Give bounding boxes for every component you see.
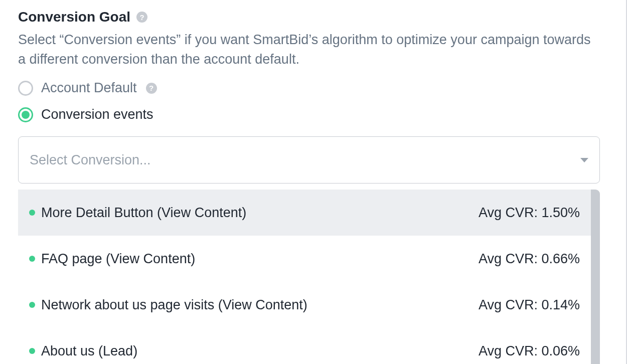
dropdown-option[interactable]: More Detail Button (View Content) Avg CV…	[18, 190, 591, 236]
page-container: Conversion Goal ? Select “Conversion eve…	[0, 0, 627, 364]
conversion-select[interactable]: Select Conversion...	[18, 136, 600, 184]
option-cvr: Avg CVR: 0.14%	[479, 297, 580, 313]
dropdown-scroll-track[interactable]: More Detail Button (View Content) Avg CV…	[18, 190, 600, 364]
status-dot-icon	[29, 210, 35, 216]
conversion-dropdown: More Detail Button (View Content) Avg CV…	[18, 190, 600, 364]
dropdown-option[interactable]: FAQ page (View Content) Avg CVR: 0.66%	[18, 236, 591, 282]
radio-indicator	[18, 81, 33, 96]
option-label: Network about us page visits (View Conte…	[41, 297, 307, 313]
option-cvr: Avg CVR: 0.66%	[479, 251, 580, 267]
radio-label: Conversion events	[41, 107, 153, 122]
radio-account-default[interactable]: Account Default ?	[18, 80, 608, 96]
help-icon[interactable]: ?	[136, 12, 147, 23]
select-placeholder: Select Conversion...	[30, 152, 151, 168]
section-title-row: Conversion Goal ?	[18, 9, 608, 25]
option-left: About us (Lead)	[29, 343, 137, 359]
dropdown-option[interactable]: Network about us page visits (View Conte…	[18, 282, 591, 328]
radio-group: Account Default ? Conversion events	[18, 80, 608, 122]
option-label: More Detail Button (View Content)	[41, 205, 246, 221]
chevron-down-icon	[580, 158, 588, 162]
option-left: More Detail Button (View Content)	[29, 205, 246, 221]
option-label: FAQ page (View Content)	[41, 251, 195, 267]
option-cvr: Avg CVR: 0.06%	[479, 343, 580, 359]
section-title: Conversion Goal	[18, 9, 130, 25]
option-label: About us (Lead)	[41, 343, 137, 359]
radio-conversion-events[interactable]: Conversion events	[18, 107, 608, 122]
radio-indicator-selected	[18, 107, 33, 122]
option-left: FAQ page (View Content)	[29, 251, 195, 267]
dropdown-option[interactable]: About us (Lead) Avg CVR: 0.06%	[18, 328, 591, 364]
option-cvr: Avg CVR: 1.50%	[479, 205, 580, 221]
radio-label: Account Default	[41, 80, 137, 96]
status-dot-icon	[29, 302, 35, 308]
section-description: Select “Conversion events” if you want S…	[18, 30, 600, 69]
help-icon[interactable]: ?	[146, 83, 157, 94]
status-dot-icon	[29, 256, 35, 262]
option-left: Network about us page visits (View Conte…	[29, 297, 307, 313]
status-dot-icon	[29, 348, 35, 354]
